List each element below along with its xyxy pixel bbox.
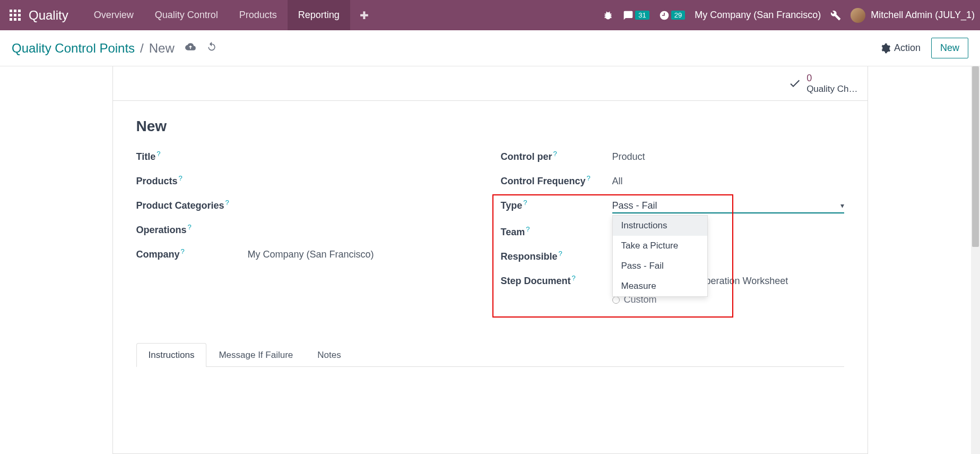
label-title: Title? <box>136 150 248 162</box>
column-right: Control per? Product Control Frequency? … <box>501 150 844 317</box>
scrollbar-thumb[interactable] <box>972 66 979 247</box>
dropdown-option-take-picture[interactable]: Take a Picture <box>613 236 707 256</box>
form-columns: Title? Products? Product Categories? Ope… <box>136 150 844 317</box>
type-input[interactable] <box>612 199 844 213</box>
page-title: New <box>136 118 844 135</box>
action-menu[interactable]: Action <box>880 42 921 54</box>
tab-notes[interactable]: Notes <box>305 343 353 367</box>
label-type: Type? <box>501 199 612 211</box>
breadcrumb-parent[interactable]: Quality Control Points <box>12 41 135 56</box>
tab-instructions[interactable]: Instructions <box>136 343 207 367</box>
help-icon[interactable]: ? <box>181 247 185 255</box>
form-sheet: 0 Quality Ch… New Title? Products? <box>112 66 868 454</box>
apps-launcher-icon[interactable] <box>10 10 21 21</box>
dropdown-option-measure[interactable]: Measure <box>613 276 707 296</box>
nav-add-menu-icon[interactable]: ✚ <box>350 0 378 30</box>
label-products: Products? <box>136 174 248 187</box>
new-button[interactable]: New <box>931 38 968 58</box>
discard-icon[interactable] <box>206 41 217 55</box>
nav-right-cluster: 31 29 My Company (San Francisco) Mitchel… <box>603 8 975 23</box>
messages-badge: 31 <box>635 11 649 20</box>
tools-icon[interactable] <box>830 10 841 21</box>
field-step-document-option[interactable]: )peration Worksheet <box>703 276 844 287</box>
dropdown-option-instructions[interactable]: Instructions <box>613 216 707 236</box>
help-icon[interactable]: ? <box>523 199 527 207</box>
action-menu-label: Action <box>894 42 921 54</box>
radio-icon[interactable] <box>612 296 620 304</box>
breadcrumb: Quality Control Points / New <box>12 41 217 56</box>
avatar <box>851 8 865 23</box>
check-icon <box>788 77 801 90</box>
help-icon[interactable]: ? <box>587 174 591 182</box>
activities-badge: 29 <box>671 11 685 20</box>
label-operations: Operations? <box>136 223 248 236</box>
field-type[interactable]: ▾ Instructions Take a Picture Pass - Fai… <box>612 199 844 213</box>
nav-item-products[interactable]: Products <box>229 0 288 30</box>
stat-count: 0 <box>806 73 857 84</box>
help-icon[interactable]: ? <box>572 274 576 282</box>
type-dropdown: Instructions Take a Picture Pass - Fail … <box>612 215 708 297</box>
field-company[interactable]: My Company (San Francisco) <box>248 249 480 260</box>
help-icon[interactable]: ? <box>553 150 557 158</box>
status-strip: 0 Quality Ch… <box>113 66 868 101</box>
dropdown-option-pass-fail[interactable]: Pass - Fail <box>613 256 707 276</box>
label-team: Team? <box>501 225 612 238</box>
form-body: New Title? Products? Product Categories? <box>113 101 868 384</box>
controlbar-right: Action New <box>880 38 968 58</box>
cloud-save-icon[interactable] <box>185 41 196 55</box>
tab-message-if-failure[interactable]: Message If Failure <box>206 343 305 367</box>
control-bar: Quality Control Points / New Action New <box>0 30 980 66</box>
label-product-categories: Product Categories? <box>136 199 248 211</box>
nav-item-overview[interactable]: Overview <box>83 0 144 30</box>
breadcrumb-separator: / <box>140 41 144 56</box>
stat-label: Quality Ch… <box>806 84 857 95</box>
company-switcher[interactable]: My Company (San Francisco) <box>695 10 821 21</box>
nav-item-reporting[interactable]: Reporting <box>288 0 350 30</box>
help-icon[interactable]: ? <box>157 150 160 158</box>
field-control-per[interactable]: Product <box>612 151 844 162</box>
nav-item-quality-control[interactable]: Quality Control <box>144 0 229 30</box>
help-icon[interactable]: ? <box>179 174 183 182</box>
top-navbar: Quality Overview Quality Control Product… <box>0 0 980 30</box>
user-menu[interactable]: Mitchell Admin (JULY_1) <box>851 8 975 23</box>
label-company: Company? <box>136 247 248 260</box>
form-area: 0 Quality Ch… New Title? Products? <box>0 66 980 454</box>
field-control-frequency[interactable]: All <box>612 176 844 187</box>
column-left: Title? Products? Product Categories? Ope… <box>136 150 480 317</box>
activities-icon[interactable]: 29 <box>659 10 685 21</box>
help-icon[interactable]: ? <box>188 223 192 231</box>
label-control-per: Control per? <box>501 150 612 162</box>
user-name: Mitchell Admin (JULY_1) <box>871 10 975 21</box>
messages-icon[interactable]: 31 <box>623 10 649 21</box>
label-responsible: Responsible? <box>501 250 612 262</box>
help-icon[interactable]: ? <box>226 199 229 207</box>
nav-menu: Overview Quality Control Products Report… <box>83 0 378 30</box>
label-control-frequency: Control Frequency? <box>501 174 612 187</box>
debug-icon[interactable] <box>603 10 613 21</box>
help-icon[interactable]: ? <box>526 225 530 233</box>
stat-button-quality-checks[interactable]: 0 Quality Ch… <box>788 73 857 95</box>
breadcrumb-current: New <box>149 41 175 56</box>
app-brand[interactable]: Quality <box>29 8 68 23</box>
label-step-document: Step Document? <box>501 274 612 287</box>
vertical-scrollbar[interactable] <box>971 66 980 454</box>
notebook-tabs: Instructions Message If Failure Notes <box>136 342 844 367</box>
help-icon[interactable]: ? <box>559 250 562 258</box>
